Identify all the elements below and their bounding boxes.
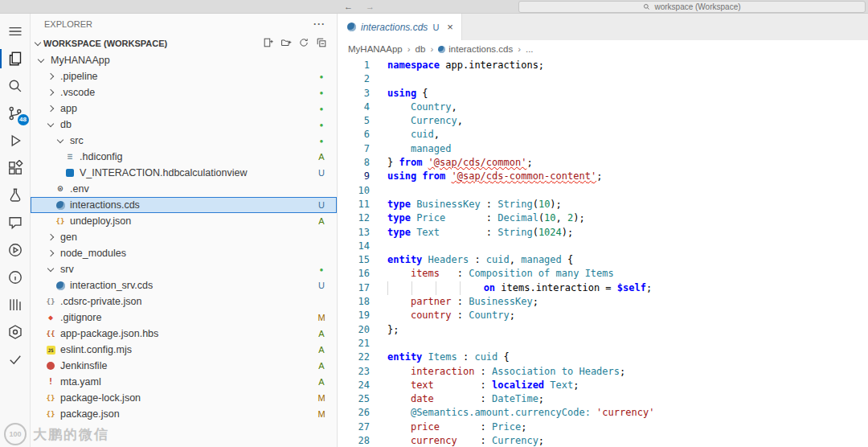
sidebar-folder-app[interactable]: app● [31, 100, 337, 117]
explorer-icon [7, 51, 23, 67]
folder-label: app [60, 103, 77, 114]
line-number: 1 [338, 59, 370, 72]
sidebar-item-eslint.config.mjs[interactable]: JSeslint.config.mjsA [31, 342, 337, 358]
file-tree: MyHANAApp.pipeline●.vscode●app●db●src●≡.… [31, 52, 337, 447]
code-line[interactable]: 18 partner : BusinessKey; [338, 295, 868, 309]
file-label: mta.yaml [60, 376, 101, 388]
code-line[interactable]: 1namespace app.interactions; [338, 59, 868, 72]
code-line[interactable]: 4 Country, [338, 100, 868, 114]
code-line[interactable]: 28 currency : Currency; [338, 434, 868, 447]
sidebar-folder-db[interactable]: db● [31, 117, 337, 133]
code-line[interactable]: 12type Price : Decimal(10, 2); [338, 211, 868, 225]
cds-icon [347, 23, 356, 31]
activity-search[interactable] [0, 72, 31, 100]
git-modified-dot: ● [316, 137, 327, 145]
more-actions-icon[interactable]: ··· [313, 18, 326, 30]
activity-extensions[interactable] [0, 154, 31, 182]
activity-explorer[interactable] [0, 45, 31, 72]
activity-test[interactable] [0, 182, 31, 209]
workspace-section-header[interactable]: WORKSPACE (WORKSPACE) [31, 35, 337, 52]
sidebar-folder-src[interactable]: src● [31, 133, 337, 149]
sidebar-folder-.pipeline[interactable]: .pipeline● [31, 68, 337, 84]
back-icon[interactable]: ← [344, 2, 353, 11]
code-line[interactable]: 23 interaction : Association to Headers; [338, 365, 868, 379]
new-file-button[interactable] [263, 37, 276, 50]
code-editor[interactable]: 1namespace app.interactions;23using {4 C… [338, 58, 868, 447]
sidebar-item-.cdsrc-private.json[interactable]: {}.cdsrc-private.json [31, 293, 337, 310]
line-number: 13 [338, 226, 370, 240]
sidebar-folder-.vscode[interactable]: .vscode● [31, 84, 337, 100]
activity-run-debug[interactable] [0, 127, 31, 154]
refresh-button[interactable] [298, 37, 311, 50]
code-line[interactable]: 8} from '@sap/cds/common'; [338, 156, 868, 170]
git-status-badge: M [316, 409, 327, 419]
extensions-icon [7, 160, 23, 176]
sidebar-item-mta.yaml[interactable]: !mta.yamlA [31, 374, 337, 390]
git-modified-dot: ● [316, 89, 327, 96]
code-line[interactable]: 10 [338, 184, 868, 198]
code-line[interactable]: 26 @Semantics.amount.currencyCode: 'curr… [338, 406, 868, 420]
json-icon: {} [56, 216, 65, 226]
code-line[interactable]: 3using { [338, 87, 868, 100]
breadcrumb-item-db[interactable]: db [416, 44, 426, 54]
breadcrumb-item-...[interactable]: ... [526, 44, 534, 54]
sidebar-folder-srv[interactable]: srv● [31, 261, 337, 277]
git-status-badge: A [316, 216, 327, 226]
code-line[interactable]: 22entity Items : cuid { [338, 351, 868, 364]
code-line[interactable]: 14 [338, 240, 868, 253]
code-line[interactable]: 9using from '@sap/cds-common-content'; [338, 170, 868, 183]
sidebar-item-interactions.cds[interactable]: interactions.cdsU [31, 197, 337, 213]
activity-chat[interactable] [0, 209, 31, 236]
chat-icon [7, 215, 23, 231]
activity-output[interactable] [0, 291, 31, 318]
sidebar-item-package.json[interactable]: {}package.jsonM [31, 406, 337, 422]
code-line[interactable]: 19 country : Country; [338, 309, 868, 322]
code-line[interactable]: 2 [338, 72, 868, 86]
sidebar-item-.gitignore[interactable]: ◆.gitignoreM [31, 310, 337, 326]
file-label: .cdsrc-private.json [60, 296, 141, 307]
code-line[interactable]: 6 cuid, [338, 128, 868, 141]
code-line[interactable]: 20}; [338, 323, 868, 337]
activity-source-control[interactable]: 48 [0, 100, 31, 127]
sidebar-item-Jenkinsfile[interactable]: JenkinsfileA [31, 358, 337, 374]
breadcrumb-item-MyHANAApp[interactable]: MyHANAApp [348, 44, 403, 54]
sidebar-item-.env[interactable]: ⊙.env [31, 181, 337, 197]
breadcrumb-item-interactions.cds[interactable]: interactions.cds [438, 44, 513, 54]
activity-info[interactable] [0, 264, 31, 291]
code-line[interactable]: 25 date : DateTime; [338, 392, 868, 406]
file-label: undeploy.json [70, 215, 131, 227]
sidebar-folder-MyHANAApp[interactable]: MyHANAApp [31, 52, 337, 68]
code-line[interactable]: 13type Text : String(1024); [338, 226, 868, 240]
folder-label: db [60, 119, 72, 130]
activity-run[interactable] [0, 236, 31, 264]
sidebar-item-V_INTERACTION.hdbcalculationview[interactable]: V_INTERACTION.hdbcalculationviewU [31, 165, 337, 181]
activity-check[interactable] [0, 346, 31, 373]
code-line[interactable]: 27 price : Price; [338, 420, 868, 434]
chevron-right-icon [47, 105, 54, 112]
activity-settings[interactable] [0, 318, 31, 346]
sidebar-item-interaction_srv.cds[interactable]: interaction_srv.cdsU [31, 277, 337, 293]
code-line[interactable]: 17 on items.interaction = $self; [338, 281, 868, 295]
sidebar-item-undeploy.json[interactable]: {}undeploy.jsonA [31, 213, 337, 229]
sidebar-folder-gen[interactable]: gen [31, 229, 337, 245]
collapse-all-button[interactable] [316, 37, 329, 50]
code-line[interactable]: 16 items : Composition of many Items [338, 267, 868, 281]
sidebar-item-app-package.json.hbs[interactable]: {{app-package.json.hbsA [31, 326, 337, 342]
folder-label: src [70, 135, 84, 146]
code-line[interactable]: 21 [338, 337, 868, 351]
sidebar-item-.hdiconfig[interactable]: ≡.hdiconfigA [31, 149, 337, 165]
sidebar-folder-node_modules[interactable]: node_modules [31, 245, 337, 261]
forward-icon[interactable]: → [366, 2, 375, 11]
command-center[interactable]: workspace (Workspace) [518, 1, 866, 13]
activity-menu[interactable] [0, 18, 31, 45]
code-line[interactable]: 11type BusinessKey : String(10); [338, 198, 868, 211]
new-folder-button[interactable] [280, 37, 293, 50]
close-icon[interactable]: × [447, 21, 453, 33]
code-line[interactable]: 15entity Headers : cuid, managed { [338, 253, 868, 267]
tab-interactions.cds[interactable]: interactions.cdsU× [338, 14, 462, 40]
code-line[interactable]: 7 managed [338, 142, 868, 156]
code-line[interactable]: 5 Currency, [338, 114, 868, 128]
sidebar-item-package-lock.json[interactable]: {}package-lock.jsonM [31, 390, 337, 406]
file-label: .gitignore [60, 312, 101, 323]
code-line[interactable]: 24 text : localized Text; [338, 379, 868, 392]
